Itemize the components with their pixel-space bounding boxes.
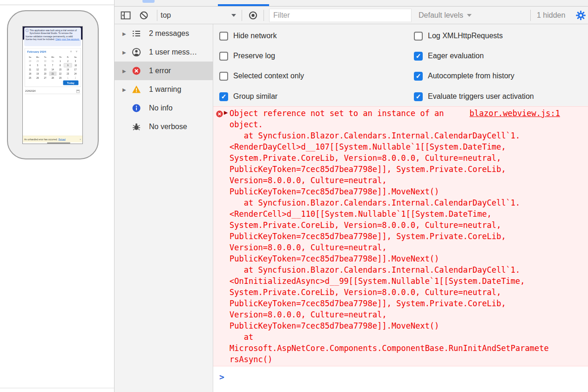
day-cell[interactable]: 1 bbox=[57, 59, 64, 63]
checkbox-checked[interactable]: ✓ bbox=[219, 92, 228, 101]
today-button[interactable]: Today bbox=[63, 81, 79, 85]
info-icon bbox=[132, 103, 141, 113]
setting-hide-network[interactable]: Hide network bbox=[219, 31, 277, 41]
checkbox-checked[interactable]: ✓ bbox=[414, 52, 423, 61]
day-cell[interactable]: 29 bbox=[57, 76, 64, 80]
clear-console-button[interactable] bbox=[139, 11, 149, 20]
day-cell[interactable]: 30 bbox=[41, 59, 49, 63]
setting-evaluate-triggers-user-activation[interactable]: ✓Evaluate triggers user activation bbox=[414, 91, 534, 102]
day-cell[interactable]: 20 bbox=[41, 72, 49, 76]
sidebar-item-1-error[interactable]: ▶1 error bbox=[115, 62, 213, 80]
day-cell[interactable]: 16 bbox=[64, 68, 72, 72]
claim-account-link[interactable]: Claim your free account. bbox=[55, 38, 80, 41]
divider bbox=[264, 10, 264, 21]
day-cell[interactable]: 26 bbox=[34, 76, 41, 80]
day-cell[interactable]: 2 bbox=[72, 76, 79, 80]
day-cell[interactable]: 25 bbox=[27, 76, 34, 80]
sidebar-item-no-info[interactable]: No info bbox=[115, 99, 213, 117]
emulator-pane: iThis application was built using a tria… bbox=[0, 0, 114, 392]
day-cell[interactable]: 9 bbox=[64, 63, 72, 68]
log-levels-dropdown[interactable]: Default levels bbox=[419, 11, 472, 20]
setting-group-similar[interactable]: ✓Group similar bbox=[219, 91, 277, 102]
checkbox-unchecked[interactable] bbox=[219, 72, 228, 81]
day-cell[interactable]: 8 bbox=[56, 63, 64, 68]
sidebar-item-1-user-mess[interactable]: ▶1 user mess… bbox=[115, 43, 213, 62]
day-cell[interactable]: 7 bbox=[49, 63, 56, 68]
day-cell[interactable]: 31 bbox=[49, 59, 56, 63]
day-cell[interactable]: 23 bbox=[64, 72, 72, 76]
day-cell[interactable]: 27 bbox=[41, 76, 49, 80]
day-cell[interactable]: 24 bbox=[72, 72, 79, 76]
sidebar-item-1-warning[interactable]: ▶1 warning bbox=[115, 80, 213, 99]
setting-label: Selected context only bbox=[233, 72, 304, 80]
stack-trace-line: System.Private.CoreLib, Version=8.0.0.0,… bbox=[230, 152, 583, 164]
expand-arrow-icon[interactable]: ▶ bbox=[122, 31, 126, 36]
chevron-up-icon[interactable]: ∧ bbox=[70, 50, 72, 53]
weekday-header: We bbox=[49, 55, 56, 59]
stack-trace-line: PublicKeyToken=7cec85d7bea7798e]], Syste… bbox=[230, 164, 583, 175]
hidden-count-badge[interactable]: 1 hidden bbox=[537, 11, 565, 20]
day-cell[interactable]: 18 bbox=[27, 72, 34, 76]
sidebar-item-2-messages[interactable]: ▶2 messages bbox=[115, 24, 213, 43]
setting-selected-context-only[interactable]: Selected context only bbox=[219, 71, 304, 81]
app-error-text: An unhandled error has occurred. bbox=[24, 138, 57, 141]
stack-trace-line: at Syncfusion.Blazor.Calendars.Internal.… bbox=[230, 130, 583, 141]
setting-autocomplete-from-history[interactable]: ✓Autocomplete from history bbox=[414, 71, 514, 81]
date-input[interactable] bbox=[25, 89, 72, 93]
day-cell[interactable]: 12 bbox=[34, 68, 41, 72]
stack-trace-line: <RenderCell>d__110[[System.Nullable`1[[S… bbox=[230, 208, 583, 220]
eye-icon bbox=[248, 11, 258, 20]
calendar-icon[interactable] bbox=[76, 90, 80, 93]
day-cell[interactable]: 21 bbox=[49, 72, 56, 76]
console-settings-button[interactable] bbox=[576, 10, 586, 20]
date-picker-field[interactable] bbox=[25, 89, 81, 94]
day-cell[interactable]: 6 bbox=[41, 63, 49, 68]
stack-trace-line: PublicKeyToken=7cec85d7bea7798e]], Syste… bbox=[230, 231, 583, 242]
checkbox-checked[interactable]: ✓ bbox=[414, 72, 423, 81]
day-cell[interactable]: 3 bbox=[72, 59, 79, 63]
chevron-down-icon[interactable]: ∨ bbox=[75, 50, 77, 53]
weekday-header: Sa bbox=[72, 55, 79, 59]
filter-input[interactable] bbox=[269, 8, 412, 22]
day-cell[interactable]: 22 bbox=[57, 72, 64, 76]
expand-arrow-icon[interactable]: ▶ bbox=[122, 69, 126, 74]
checkbox-unchecked[interactable] bbox=[414, 32, 423, 41]
day-cell[interactable]: 28 bbox=[49, 76, 56, 80]
day-cell[interactable]: 5 bbox=[34, 63, 41, 68]
panel-toggle-button[interactable] bbox=[121, 11, 131, 20]
day-cell[interactable]: 14 bbox=[49, 68, 56, 72]
reload-link[interactable]: Reload bbox=[58, 138, 65, 141]
day-cell[interactable]: 2 bbox=[64, 59, 72, 63]
active-tab-indicator bbox=[218, 4, 269, 6]
source-location-link[interactable]: blazor.webview.js:1 bbox=[470, 108, 560, 119]
expand-arrow-icon[interactable]: ▶ bbox=[122, 50, 126, 55]
weekday-header: Mo bbox=[34, 55, 41, 59]
checkbox-unchecked[interactable] bbox=[219, 52, 228, 61]
checkbox-unchecked[interactable] bbox=[219, 32, 228, 41]
dismiss-icon[interactable]: × bbox=[80, 138, 81, 141]
setting-eager-evaluation[interactable]: ✓Eager evaluation bbox=[414, 51, 484, 61]
console-prompt[interactable]: > bbox=[219, 372, 224, 382]
console-error-message[interactable]: ▶ Object reference not set to an instanc… bbox=[213, 106, 588, 366]
sidebar-item-no-verbose[interactable]: No verbose bbox=[115, 117, 213, 136]
checkbox-checked[interactable]: ✓ bbox=[414, 92, 423, 101]
day-cell[interactable]: 28 bbox=[27, 59, 34, 63]
live-expression-button[interactable] bbox=[248, 11, 258, 20]
day-cell[interactable]: 13 bbox=[41, 68, 49, 72]
day-cell[interactable]: 17 bbox=[72, 68, 79, 72]
day-cell[interactable]: 15 bbox=[57, 68, 64, 72]
setting-label: Autocomplete from history bbox=[428, 72, 514, 80]
day-cell[interactable]: 10 bbox=[72, 63, 79, 68]
context-selector-dropdown[interactable]: top bbox=[161, 11, 240, 20]
day-cell[interactable]: 11 bbox=[27, 68, 34, 72]
expand-arrow-icon[interactable]: ▶ bbox=[224, 110, 228, 116]
day-cell[interactable]: 1 bbox=[64, 76, 72, 80]
stack-trace-line: PublicKeyToken=7cec85d7bea7798e]], Syste… bbox=[230, 298, 583, 309]
day-cell[interactable]: 29 bbox=[34, 59, 41, 63]
setting-log-xmlhttprequests[interactable]: Log XMLHttpRequests bbox=[414, 31, 503, 41]
setting-label: Group similar bbox=[233, 92, 277, 101]
expand-arrow-icon[interactable]: ▶ bbox=[122, 87, 126, 92]
day-cell[interactable]: 4 bbox=[27, 63, 34, 68]
day-cell[interactable]: 19 bbox=[34, 72, 41, 76]
setting-preserve-log[interactable]: Preserve log bbox=[219, 51, 275, 61]
